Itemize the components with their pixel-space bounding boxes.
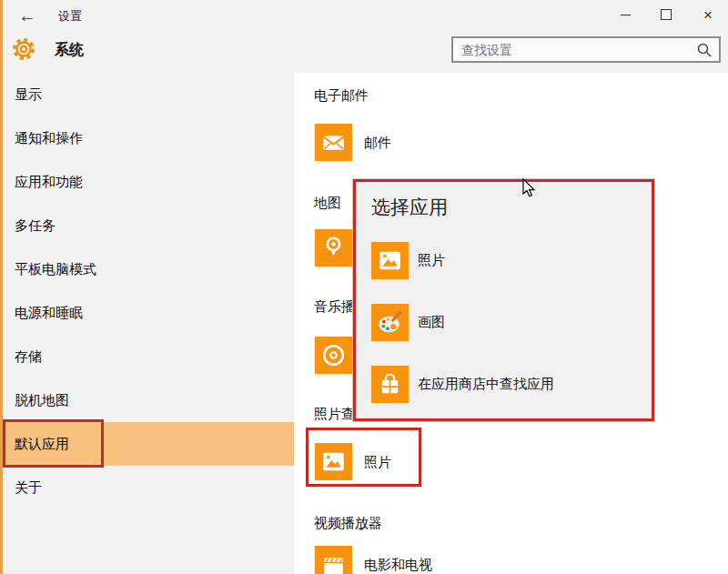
photos-icon (371, 242, 409, 279)
photos-app-label: 照片 (364, 443, 391, 480)
movies-tv-app-tile[interactable] (315, 546, 352, 574)
popup-item-paint[interactable]: 画图 (371, 304, 445, 341)
sidebar-item-about[interactable]: 关于 (3, 466, 294, 509)
sidebar-item-notifications[interactable]: 通知和操作 (3, 116, 294, 160)
sidebar-item-apps-features[interactable]: 应用和功能 (3, 160, 294, 204)
choose-app-popup: 选择应用 照片 (353, 179, 654, 421)
popup-item-label: 照片 (418, 252, 445, 269)
photos-icon (315, 443, 352, 480)
search-icon (696, 42, 713, 58)
paint-tile (371, 304, 409, 341)
mail-app-label: 邮件 (364, 124, 391, 161)
sidebar: 显示 通知和操作 应用和功能 多任务 平板电脑模式 电源和睡眠 存储 脱机地图 … (3, 73, 294, 574)
search-input[interactable] (453, 43, 696, 57)
close-icon: × (703, 7, 713, 23)
page-title: 系统 (55, 41, 84, 60)
sidebar-item-display[interactable]: 显示 (3, 73, 294, 116)
window-title: 设置 (58, 8, 82, 25)
store-tile (371, 366, 409, 403)
section-heading-email: 电子邮件 (314, 87, 369, 105)
mail-app-tile[interactable] (315, 124, 352, 161)
mail-icon (315, 124, 352, 161)
music-app-tile[interactable] (315, 337, 352, 374)
settings-window: ← 设置 × 系统 显示 通知和操作 应用和功能 多任务 平板电脑模式 电源和睡… (0, 0, 728, 574)
popup-item-photos[interactable]: 照片 (371, 242, 445, 279)
maximize-icon (661, 9, 672, 20)
photos-tile (371, 242, 409, 279)
section-heading-maps: 地图 (314, 195, 341, 212)
sidebar-item-tablet-mode[interactable]: 平板电脑模式 (3, 247, 294, 291)
minimize-icon (621, 15, 631, 15)
popup-title: 选择应用 (371, 195, 448, 220)
sidebar-item-offline-maps[interactable]: 脱机地图 (3, 378, 294, 422)
maps-app-tile[interactable] (315, 229, 352, 267)
gear-icon (12, 37, 35, 61)
movies-tv-icon (315, 546, 352, 574)
movies-tv-app-label: 电影和电视 (364, 546, 432, 574)
popup-item-label: 画图 (418, 314, 445, 331)
photos-app-tile[interactable] (315, 443, 352, 480)
back-button[interactable]: ← (15, 4, 39, 27)
sidebar-item-default-apps[interactable]: 默认应用 (3, 422, 294, 466)
search-box[interactable] (451, 36, 721, 63)
maximize-button[interactable] (652, 2, 681, 27)
popup-item-label: 在应用商店中查找应用 (418, 376, 554, 393)
section-heading-video-player: 视频播放器 (314, 515, 382, 532)
store-icon (371, 366, 409, 403)
popup-item-store[interactable]: 在应用商店中查找应用 (371, 366, 554, 403)
paint-icon (371, 304, 409, 341)
map-pin-icon (315, 229, 352, 267)
sidebar-item-power-sleep[interactable]: 电源和睡眠 (3, 291, 294, 335)
close-button[interactable]: × (693, 2, 723, 27)
music-disc-icon (315, 337, 352, 374)
sidebar-item-storage[interactable]: 存储 (3, 335, 294, 378)
sidebar-item-multitasking[interactable]: 多任务 (3, 204, 294, 247)
minimize-button[interactable] (611, 2, 640, 27)
